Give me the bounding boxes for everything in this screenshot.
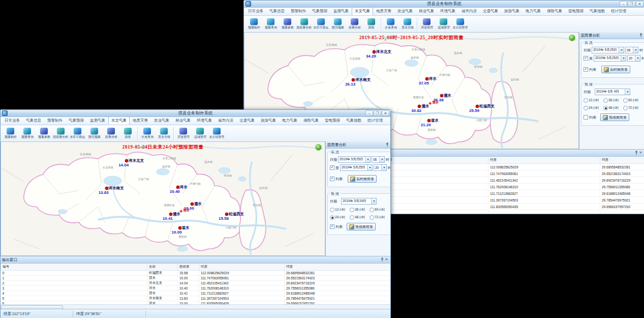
table-row[interactable]: 5涔水南支13.83111.39726710450329.78544769759…	[1, 296, 391, 301]
tool-流域管理[interactable]: 流域管理	[435, 18, 452, 30]
duration-option-12小时[interactable]: 12小时	[584, 98, 602, 103]
tab-城市内涝[interactable]: 城市内涝	[458, 7, 480, 15]
tool-水文站管理[interactable]: 水文站管理	[452, 18, 469, 30]
tool-水库可视化[interactable]: 水库可视化	[313, 18, 329, 30]
tool-预警参数[interactable]: 预警参数	[279, 18, 296, 30]
live-hour-combo[interactable]: 08	[625, 47, 638, 53]
radio-48小时[interactable]	[603, 106, 608, 110]
tool-防汛预案[interactable]: 防汛预案	[329, 18, 346, 30]
tool-预警查询[interactable]: 预警查询	[19, 128, 36, 139]
tool-预警参数[interactable]: 预警参数	[36, 128, 52, 139]
tab-气象预报[interactable]: 气象预报	[309, 7, 330, 15]
tab-雷电预报[interactable]: 雷电预报	[322, 117, 343, 125]
live-rainfall-button[interactable]: 实时面雨量	[348, 175, 377, 183]
tool-历史灾情[interactable]: 历史灾情	[156, 128, 172, 139]
forecast-list-checkbox[interactable]	[584, 115, 588, 120]
pin-icon[interactable]	[634, 151, 638, 155]
map-action-button[interactable]	[315, 144, 322, 151]
tab-电力气象[interactable]: 电力气象	[279, 117, 300, 125]
duration-option-12小时[interactable]: 12小时	[330, 208, 349, 212]
tab-地质灾害[interactable]: 地质灾害	[130, 117, 151, 125]
radio-12小时[interactable]	[584, 98, 588, 103]
map-action-button[interactable]	[569, 35, 575, 41]
tab-农业气象[interactable]: 农业气象	[151, 117, 172, 125]
duration-option-24小时[interactable]: 24小时	[330, 215, 349, 220]
pin-icon[interactable]	[638, 33, 643, 38]
live-to-date-combo[interactable]: 2019年 5月25日	[340, 164, 373, 171]
duration-option-36小时[interactable]: 36小时	[350, 208, 369, 212]
duration-option-48小时[interactable]: 48小时	[603, 106, 622, 110]
table-row[interactable]: 2涔水北支14.04111.45210541134229.89234767162…	[1, 281, 391, 286]
tool-灾点查询[interactable]: 灾点查询	[139, 128, 156, 139]
tab-气象指数[interactable]: 气象指数	[343, 117, 364, 125]
tool-历史灾情[interactable]: 历史灾情	[399, 18, 416, 30]
radio-36小时[interactable]	[603, 98, 608, 103]
tab-环境气象[interactable]: 环境气象	[437, 7, 458, 15]
pin-icon[interactable]	[380, 257, 384, 262]
rainfall-map[interactable]: 2019-05-24日未来24小时预报面雨量甘溪滩镇码头铺镇火连坡镇太青山林场金…	[1, 141, 325, 256]
radio-60小时[interactable]	[370, 208, 374, 212]
tab-日常业务[interactable]: 日常业务	[2, 117, 23, 125]
tab-气象预报[interactable]: 气象预报	[66, 117, 87, 125]
radio-12小时[interactable]	[330, 208, 334, 212]
tool-河道管理[interactable]: 河道管理	[418, 18, 435, 30]
duration-option-48小时[interactable]: 48小时	[350, 215, 369, 220]
live-to-date-combo[interactable]: 2019年 5月25日	[594, 55, 626, 62]
tab-预警制作[interactable]: 预警制作	[288, 7, 309, 15]
tab-交通气象[interactable]: 交通气象	[480, 7, 501, 15]
tab-保险气象[interactable]: 保险气象	[300, 117, 322, 125]
live-date-combo[interactable]: 2019年 5月25日	[592, 47, 624, 53]
live-list-checkbox[interactable]: ✓	[584, 67, 588, 72]
to-checkbox[interactable]: ✓	[330, 165, 334, 170]
live-rainfall-button[interactable]: 实时面雨量	[601, 66, 630, 73]
duration-option-24小时[interactable]: 24小时	[584, 106, 602, 110]
tab-地质灾害[interactable]: 地质灾害	[373, 7, 394, 15]
live-to-hour-combo[interactable]: 20	[627, 55, 640, 62]
tab-城市内涝[interactable]: 城市内涝	[215, 117, 236, 125]
forecast-rainfall-button[interactable]: 预报面雨量	[600, 113, 629, 121]
to-checkbox[interactable]: ✓	[584, 56, 588, 61]
tool-雨量分析[interactable]: 雨量分析	[346, 18, 363, 30]
tab-环境气象[interactable]: 环境气象	[194, 117, 215, 125]
tab-雷电预报[interactable]: 雷电预报	[565, 7, 587, 15]
duration-option-60小时[interactable]: 60小时	[370, 208, 390, 212]
radio-72小时[interactable]	[370, 215, 374, 220]
minimize-button[interactable]: –	[365, 110, 373, 116]
tab-气象信息[interactable]: 气象信息	[23, 117, 44, 125]
tool-水库可视化[interactable]: 水库可视化	[69, 128, 86, 139]
table-row[interactable]: 3涔水10.40111.76200814631029.7556011355086	[1, 286, 391, 291]
live-hour-combo[interactable]: 08	[372, 156, 385, 163]
close-icon[interactable]: ✕	[638, 151, 643, 155]
tool-预警制作[interactable]: 预警制作	[2, 128, 19, 139]
tool-雨量分析[interactable]: 雨量分析	[103, 128, 119, 139]
tab-监测气象[interactable]: 监测气象	[330, 7, 352, 15]
tool-水文站管理[interactable]: 水文站管理	[208, 128, 225, 139]
radio-36小时[interactable]	[350, 208, 354, 212]
radio-60小时[interactable]	[623, 98, 628, 103]
tool-防汛预案[interactable]: 防汛预案	[86, 128, 103, 139]
tab-保险气象[interactable]: 保险气象	[544, 7, 565, 15]
tab-预警制作[interactable]: 预警制作	[44, 117, 66, 125]
tab-旅游气象[interactable]: 旅游气象	[501, 7, 523, 15]
tab-水文气象[interactable]: 水文气象	[352, 7, 373, 15]
tab-交通气象[interactable]: 交通气象	[236, 117, 258, 125]
tool-雨情[interactable]: 雨情	[363, 18, 380, 30]
close-icon[interactable]: ✕	[389, 142, 391, 147]
tool-流域管理[interactable]: 流域管理	[192, 128, 208, 139]
maximize-button[interactable]: ❒	[628, 1, 635, 7]
tab-旅游气象[interactable]: 旅游气象	[258, 117, 279, 125]
radio-24小时[interactable]	[330, 215, 334, 220]
tab-日常业务[interactable]: 日常业务	[245, 7, 266, 15]
tab-统计管理[interactable]: 统计管理	[608, 7, 629, 15]
close-button[interactable]: ✕	[382, 110, 389, 116]
live-list-checkbox[interactable]: ✓	[330, 177, 334, 181]
tab-水文气象[interactable]: 水文气象	[108, 117, 130, 125]
forecast-rainfall-button[interactable]: 预报面雨量	[347, 223, 376, 230]
forecast-date-combo[interactable]: 2019年 6月 4日	[595, 89, 630, 95]
forecast-list-checkbox[interactable]: ✓	[330, 224, 334, 229]
tool-面雨量分析[interactable]: 面雨量分析	[52, 128, 69, 139]
tab-林业气象[interactable]: 林业气象	[172, 117, 194, 125]
pin-icon[interactable]	[385, 142, 389, 147]
duration-option-60小时[interactable]: 60小时	[623, 98, 643, 103]
live-to-hour-combo[interactable]: 20	[374, 164, 387, 171]
